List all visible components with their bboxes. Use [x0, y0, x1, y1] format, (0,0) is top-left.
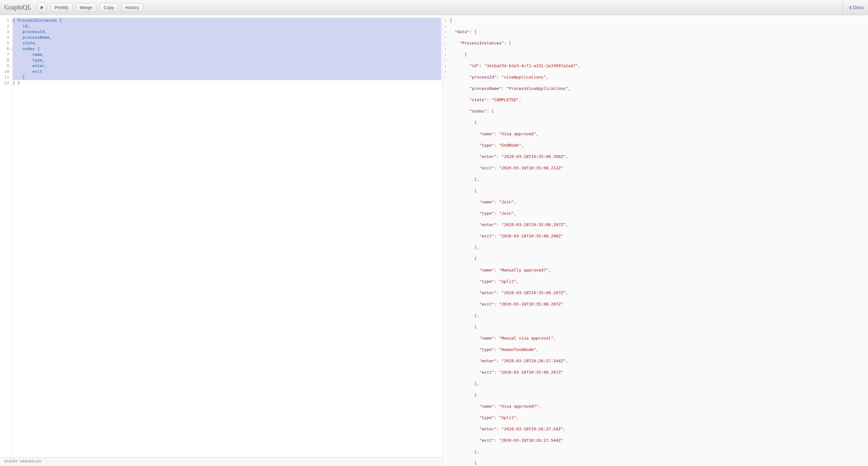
result-output: { "data": { "ProcessInstances": [ { "id"…	[447, 15, 868, 466]
result-panel: ▾▾▾▾▾▾▾▾▾▾▾ { "data": { "ProcessInstance…	[443, 15, 868, 466]
execute-button[interactable]	[37, 2, 47, 13]
editor-container: 1▾23456▾789101112 { ProcessInstances { i…	[0, 15, 868, 466]
chevron-left-icon	[849, 5, 852, 10]
query-gutter: 1▾23456▾789101112	[0, 15, 11, 457]
docs-label: Docs	[853, 5, 864, 10]
query-editor[interactable]: 1▾23456▾789101112 { ProcessInstances { i…	[0, 15, 442, 457]
top-bar: GraphiQL Prettify Merge Copy History Doc…	[0, 0, 868, 15]
history-button[interactable]: History	[121, 3, 143, 12]
result-viewer[interactable]: ▾▾▾▾▾▾▾▾▾▾▾ { "data": { "ProcessInstance…	[443, 15, 868, 466]
prettify-button[interactable]: Prettify	[51, 3, 72, 12]
docs-button[interactable]: Docs	[842, 0, 864, 15]
logo: GraphiQL	[4, 4, 32, 11]
logo-post: QL	[23, 4, 32, 11]
variable-editor-title[interactable]: Query Variables	[0, 457, 442, 466]
result-gutter: ▾▾▾▾▾▾▾▾▾▾▾	[443, 15, 447, 466]
query-panel: 1▾23456▾789101112 { ProcessInstances { i…	[0, 15, 443, 466]
query-code[interactable]: { ProcessInstances { id, processId, proc…	[11, 15, 442, 457]
merge-button[interactable]: Merge	[76, 3, 96, 12]
play-icon	[40, 5, 44, 10]
logo-pre: Graph	[4, 4, 21, 11]
copy-button[interactable]: Copy	[99, 3, 118, 12]
